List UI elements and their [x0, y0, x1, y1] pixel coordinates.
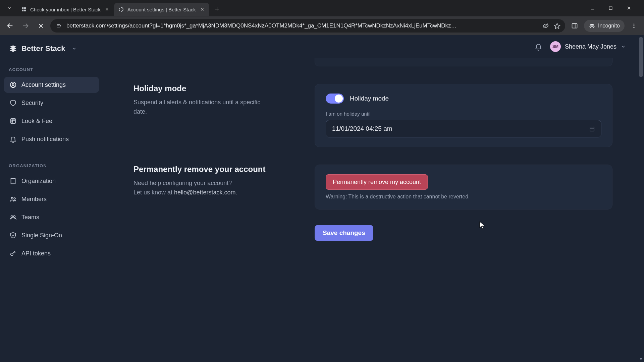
setting-remove-account: Permanently remove your account Need hel…	[133, 165, 626, 209]
sidebar-item-label: API tokens	[21, 250, 51, 257]
scroll-down-arrow[interactable]: ▼	[638, 356, 644, 362]
svg-point-30	[13, 120, 14, 121]
browser-window: Check your inbox | Better Stack Account …	[0, 0, 644, 362]
save-changes-button[interactable]: Save changes	[315, 225, 373, 241]
tab-close-icon[interactable]	[199, 6, 205, 12]
sidebar-item-label: Members	[21, 196, 47, 203]
sidebar-item-look-feel[interactable]: Look & Feel	[4, 113, 99, 129]
sidebar-item-security[interactable]: Security	[4, 95, 99, 111]
nav-forward-button[interactable]	[19, 20, 32, 32]
holiday-until-label: I am on holiday until	[326, 111, 601, 117]
notifications-button[interactable]	[534, 42, 543, 51]
incognito-chip[interactable]: Incognito	[584, 20, 625, 32]
tab-favicon	[118, 6, 124, 12]
sidebar-item-label: Single Sign-On	[21, 232, 62, 239]
window-minimize-button[interactable]	[590, 6, 600, 10]
svg-point-25	[634, 27, 635, 28]
sidebar-item-organization[interactable]: Organization	[4, 173, 99, 189]
building-icon	[9, 177, 17, 185]
sidebar-item-sso[interactable]: Single Sign-On	[4, 227, 99, 243]
brand-switcher[interactable]: Better Stack	[4, 42, 99, 60]
svg-point-40	[14, 198, 15, 199]
settings-content: Holiday mode Suspend all alerts & notifi…	[103, 58, 638, 254]
nav-stop-button[interactable]	[35, 20, 47, 32]
svg-point-42	[13, 216, 15, 218]
remove-desc-suffix: .	[235, 189, 237, 196]
window-controls	[590, 0, 641, 16]
tab-search-button[interactable]	[3, 2, 15, 14]
setting-title: Holiday mode	[133, 84, 301, 93]
incognito-label: Incognito	[598, 23, 620, 29]
holiday-toggle[interactable]	[326, 94, 344, 104]
svg-point-43	[11, 253, 13, 255]
remove-account-button[interactable]: Permanently remove my account	[326, 174, 428, 190]
calendar-icon	[589, 126, 595, 132]
topbar: SM Sheena May Jones	[103, 35, 638, 58]
user-name: Sheena May Jones	[565, 43, 616, 50]
eye-off-icon[interactable]	[542, 22, 549, 29]
nav-back-button[interactable]	[4, 20, 16, 32]
site-info-icon[interactable]	[55, 22, 62, 29]
browser-tab-inbox[interactable]: Check your inbox | Better Stack	[17, 3, 114, 16]
brand-name: Better Stack	[21, 44, 65, 53]
brand-logo-icon	[9, 44, 17, 53]
svg-rect-21	[572, 23, 577, 28]
sidebar-item-label: Account settings	[21, 81, 66, 88]
user-menu[interactable]: SM Sheena May Jones	[550, 41, 626, 52]
remove-warning: Warning: This is a destructive action th…	[326, 194, 601, 200]
chevron-down-icon	[621, 44, 626, 49]
users-icon	[9, 195, 17, 203]
setting-title: Permanently remove your account	[133, 165, 301, 174]
scrollbar[interactable]: ▲ ▼	[638, 35, 644, 362]
sidebar-item-api-tokens[interactable]: API tokens	[4, 245, 99, 261]
new-tab-button[interactable]	[211, 3, 223, 15]
support-email-link[interactable]: hello@betterstack.com	[174, 189, 235, 196]
bookmark-star-icon[interactable]	[554, 22, 560, 29]
toggle-knob	[335, 95, 343, 103]
sidebar-item-teams[interactable]: Teams	[4, 209, 99, 225]
nav-section-organization: ORGANIZATION	[4, 159, 99, 171]
holiday-card: Holiday mode I am on holiday until 11/01…	[315, 84, 612, 147]
side-panel-button[interactable]	[569, 20, 581, 32]
shield-icon	[9, 99, 17, 107]
sidebar-item-push[interactable]: Push notifications	[4, 131, 99, 147]
sidebar-item-label: Security	[21, 100, 43, 107]
tab-close-icon[interactable]	[104, 6, 110, 12]
remove-desc-line1: Need help configuring your account?	[133, 180, 232, 186]
team-icon	[9, 214, 17, 221]
browser-menu-button[interactable]	[628, 20, 640, 32]
holiday-until-input[interactable]: 11/01/2024 04:25 am	[326, 120, 601, 137]
previous-card-edge	[315, 58, 612, 66]
avatar: SM	[550, 41, 561, 52]
browser-toolbar: betterstack.com/settings/account?gl=1*hg…	[0, 16, 644, 35]
svg-rect-44	[590, 127, 594, 131]
svg-point-24	[634, 25, 635, 26]
sidebar-item-label: Organization	[21, 178, 56, 185]
date-value: 11/01/2024 04:25 am	[332, 125, 392, 132]
svg-rect-8	[609, 7, 612, 10]
main-column: SM Sheena May Jones Holiday mode Suspend…	[103, 35, 644, 362]
window-maximize-button[interactable]	[608, 6, 618, 10]
key-icon	[9, 250, 17, 257]
sidebar-item-label: Push notifications	[21, 136, 69, 143]
scroll-thumb[interactable]	[639, 37, 643, 77]
app-viewport: Better Stack ACCOUNT Account settings Se…	[0, 35, 644, 362]
svg-point-29	[12, 120, 13, 121]
sidebar-item-account-settings[interactable]: Account settings	[4, 77, 99, 93]
chevron-down-icon	[71, 46, 77, 51]
svg-marker-20	[554, 23, 560, 28]
svg-point-18	[60, 25, 60, 26]
incognito-icon	[589, 22, 595, 29]
setting-description: Suspend all alerts & notifications until…	[133, 98, 261, 117]
nav-section-account: ACCOUNT	[4, 62, 99, 75]
svg-point-27	[12, 83, 14, 85]
svg-rect-32	[11, 179, 15, 184]
browser-tab-settings[interactable]: Account settings | Better Stack	[114, 3, 209, 16]
svg-point-31	[12, 121, 13, 122]
bell-icon	[9, 135, 17, 143]
address-bar[interactable]: betterstack.com/settings/account?gl=1*hg…	[50, 19, 565, 33]
window-close-button[interactable]	[627, 6, 636, 10]
tab-title: Check your inbox | Better Stack	[30, 7, 101, 12]
sidebar: Better Stack ACCOUNT Account settings Se…	[0, 35, 103, 362]
sidebar-item-members[interactable]: Members	[4, 191, 99, 207]
